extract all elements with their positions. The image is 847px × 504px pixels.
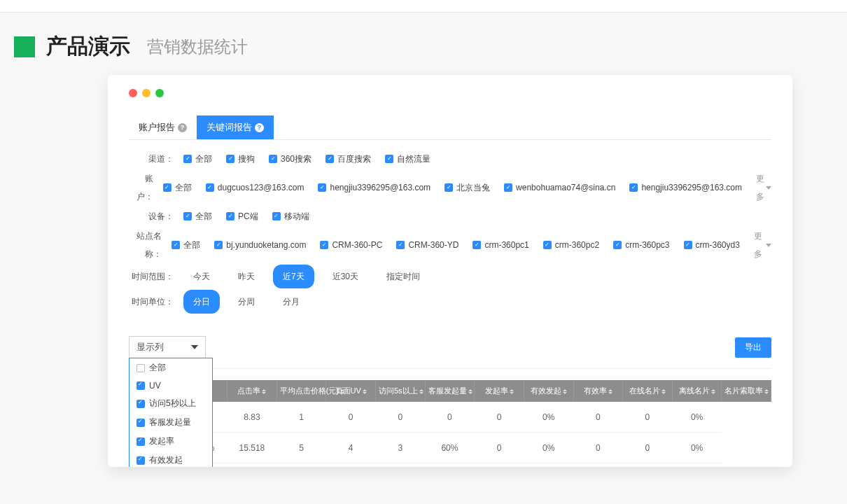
checkbox-icon xyxy=(136,456,145,465)
export-button[interactable]: 导出 xyxy=(735,337,771,358)
help-icon[interactable]: ? xyxy=(178,123,187,132)
filter-option[interactable]: 360搜索 xyxy=(269,150,312,168)
column-header[interactable]: 平均点击价格(元) xyxy=(276,380,326,402)
checkbox-icon xyxy=(206,183,214,192)
tab-account-report[interactable]: 账户报告 ? xyxy=(129,115,197,139)
checkbox-icon xyxy=(613,241,622,249)
chevron-down-icon xyxy=(766,186,771,190)
column-option[interactable]: 全部 xyxy=(130,358,212,377)
filter-option[interactable]: 全部 xyxy=(172,236,200,254)
time-option[interactable]: 近30天 xyxy=(323,265,368,288)
minimize-icon[interactable] xyxy=(142,89,150,97)
sort-icon[interactable] xyxy=(510,389,514,394)
column-header[interactable]: 客服发起量 xyxy=(425,380,475,402)
column-header[interactable]: 在线名片 xyxy=(623,380,673,402)
column-header[interactable]: 有效发起 xyxy=(524,380,573,402)
filter-option[interactable]: 全部 xyxy=(163,178,192,197)
cell: 0% xyxy=(524,402,573,433)
checkbox-icon xyxy=(226,155,234,163)
filter-option[interactable]: crm-360pc3 xyxy=(613,236,669,254)
filter-option[interactable]: wenbohuamao74@sina.cn xyxy=(504,178,615,197)
tab-keyword-report[interactable]: 关键词报告 ? xyxy=(197,115,274,139)
column-option[interactable]: 有效发起 xyxy=(130,451,212,467)
checkbox-icon xyxy=(543,241,552,249)
filter-option[interactable]: hengjiu3396295@163.com xyxy=(318,178,430,197)
column-header[interactable]: 发起率 xyxy=(475,380,524,402)
checkbox-icon xyxy=(214,241,223,249)
column-header[interactable]: 离线名片 xyxy=(672,380,722,402)
filter-option[interactable]: 自然流量 xyxy=(385,150,430,168)
sort-icon[interactable] xyxy=(711,389,715,394)
time-option[interactable]: 今天 xyxy=(183,265,220,288)
filter-row: 时间单位：分日分周分月 xyxy=(129,290,771,314)
cell: 0 xyxy=(475,433,524,463)
filters-panel: 渠道：全部搜狗360搜索百度搜索自然流量账户：全部dugcuos123@163.… xyxy=(129,150,771,314)
more-link[interactable]: 更多 xyxy=(756,169,771,206)
checkbox-icon xyxy=(472,241,481,249)
cell: 0 xyxy=(475,402,524,433)
filter-option[interactable]: 搜狗 xyxy=(226,150,255,168)
outer-top-bar xyxy=(0,0,847,13)
filter-row: 时间范围：今天昨天近7天近30天指定时间 xyxy=(129,265,771,288)
filter-option[interactable]: 全部 xyxy=(183,150,212,168)
filter-option[interactable]: bj.yunduoketang.com xyxy=(214,236,306,254)
time-option[interactable]: 指定时间 xyxy=(377,265,430,288)
cell: 0 xyxy=(376,463,426,468)
sort-icon[interactable] xyxy=(563,389,567,394)
column-header[interactable]: 点击率 xyxy=(227,380,277,402)
time-option[interactable]: 分日 xyxy=(183,290,220,314)
time-option[interactable]: 昨天 xyxy=(228,265,265,288)
column-select-trigger[interactable]: 显示列 xyxy=(129,336,206,358)
cell: 60% xyxy=(425,433,475,463)
column-option[interactable]: 发起率 xyxy=(130,432,212,451)
checkbox-icon xyxy=(269,155,277,163)
cell: 0% xyxy=(672,433,722,463)
close-icon[interactable] xyxy=(129,89,137,97)
column-select-dropdown: 全部UV访问5秒以上客服发起量发起率有效发起有效率在线名片离线名片名片索取率有效… xyxy=(129,358,213,467)
sort-icon[interactable] xyxy=(468,389,472,394)
filter-option[interactable]: 百度搜索 xyxy=(326,150,371,168)
filter-option[interactable]: crm-360pc1 xyxy=(472,236,528,254)
maximize-icon[interactable] xyxy=(155,89,164,97)
filter-option[interactable]: CRM-360-YD xyxy=(396,236,458,254)
filter-option[interactable]: hengjiu3396295@163.com xyxy=(629,178,742,197)
column-header[interactable]: 名片索取率 xyxy=(722,380,771,402)
time-option[interactable]: 分周 xyxy=(228,290,265,314)
page-subtitle: 营销数据统计 xyxy=(147,36,248,58)
sort-icon[interactable] xyxy=(662,389,666,394)
filter-option[interactable]: crm-360pc2 xyxy=(543,236,599,254)
app-window: 账户报告 ? 关键词报告 ? 渠道：全部搜狗360搜索百度搜索自然流量账户：全部… xyxy=(108,75,792,467)
cell: 0 xyxy=(573,463,623,468)
checkbox-icon xyxy=(183,212,192,220)
chevron-down-icon xyxy=(191,345,198,349)
time-option[interactable]: 近7天 xyxy=(273,265,314,288)
cell: 4 xyxy=(326,433,376,463)
column-option[interactable]: 访问5秒以上 xyxy=(130,394,212,413)
checkbox-icon xyxy=(183,155,192,163)
more-link[interactable]: 更多 xyxy=(754,227,771,263)
filter-option[interactable]: 移动端 xyxy=(272,207,309,225)
sort-icon[interactable] xyxy=(764,389,769,394)
sort-icon[interactable] xyxy=(608,389,612,394)
sort-icon[interactable] xyxy=(262,389,266,394)
cell: 1 xyxy=(326,463,376,468)
filter-option[interactable]: CRM-360-PC xyxy=(320,236,382,254)
filter-option[interactable]: 北京当兔 xyxy=(444,178,490,197)
filter-option[interactable]: PC端 xyxy=(226,207,258,225)
filter-label: 渠道： xyxy=(129,150,174,168)
column-option[interactable]: 客服发起量 xyxy=(130,413,212,432)
page-title: 产品演示 xyxy=(46,32,130,61)
filter-option[interactable]: 全部 xyxy=(183,207,212,225)
sort-icon[interactable] xyxy=(419,389,424,394)
time-option[interactable]: 分月 xyxy=(273,290,309,314)
column-option[interactable]: UV xyxy=(130,377,212,394)
sort-icon[interactable] xyxy=(363,389,367,394)
cell: 5 xyxy=(276,433,326,463)
filter-option[interactable]: crm-360yd3 xyxy=(684,236,740,254)
filter-option[interactable]: dugcuos123@163.com xyxy=(206,178,304,197)
page-header: 产品演示 营销数据统计 xyxy=(0,13,847,75)
checkbox-icon xyxy=(396,241,405,249)
column-header[interactable]: 有效率 xyxy=(573,380,623,402)
help-icon[interactable]: ? xyxy=(255,123,264,132)
column-header[interactable]: 访问5s以上 xyxy=(376,380,426,402)
